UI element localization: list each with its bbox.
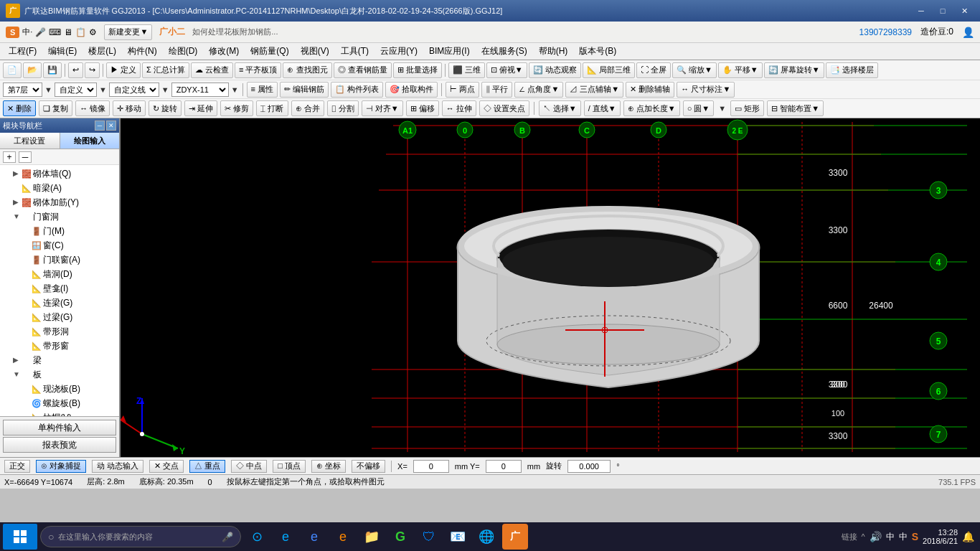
x-input[interactable] (413, 460, 449, 473)
find-element-button[interactable]: ⊕ 查找图元 (283, 62, 331, 78)
grip-button[interactable]: ◇ 设置夹点 (479, 100, 529, 116)
dynamic-input-button[interactable]: 动 动态输入 (92, 460, 143, 473)
parallel-button[interactable]: ∥ 平行 (481, 82, 512, 98)
tree-add-button[interactable]: + (3, 151, 16, 163)
menu-item-edit[interactable]: 编辑(E) (42, 44, 83, 59)
define-button[interactable]: ▶ 定义 (106, 62, 141, 78)
save-button[interactable]: 💾 (43, 62, 62, 78)
tree-item-door-window-combo[interactable]: 🚪门联窗(A) (1, 253, 118, 267)
no-shift-button[interactable]: 不偏移 (352, 460, 385, 473)
menu-item-modify[interactable]: 修改(M) (203, 44, 245, 59)
redo-button[interactable]: ↪ (85, 62, 100, 78)
task-app2[interactable]: 🌐 (473, 524, 499, 550)
task-ie2[interactable]: e (330, 524, 356, 550)
menu-item-tools[interactable]: 工具(T) (335, 44, 374, 59)
tree-item-strip-hole[interactable]: 📐带形洞 (1, 324, 118, 339)
align-button[interactable]: ⊣ 对齐▼ (362, 100, 403, 116)
tree-item-door-window[interactable]: ▼门窗洞 (1, 209, 118, 224)
y-input[interactable] (486, 460, 522, 473)
panel-minimize-button[interactable]: ─ (95, 121, 105, 131)
copy-button[interactable]: ❏ 复制 (39, 100, 72, 116)
drawing-canvas[interactable]: A1 0 B C D 2 E 3 4 5 6 7 3300 330 (121, 118, 980, 457)
component-list-button[interactable]: 📋 构件列表 (331, 82, 383, 98)
merge-button[interactable]: ⊕ 合并 (291, 100, 324, 116)
point-length-button[interactable]: ⊕ 点加长度▼ (623, 100, 680, 116)
align-top-button[interactable]: ≡ 平齐板顶 (235, 62, 281, 78)
line-name-select[interactable]: ZDYX-11 (171, 83, 229, 97)
snap-button[interactable]: ⊙ 对象捕捉 (36, 460, 86, 473)
move-button[interactable]: ✛ 移动 (113, 100, 146, 116)
angle-button[interactable]: ∠ 点角度▼ (514, 82, 563, 98)
tree-item-niche[interactable]: 📐壁龛(I) (1, 281, 118, 296)
edit-rebar-button[interactable]: ✏ 编辑钢筋 (280, 82, 329, 98)
break-button[interactable]: ⌶ 打断 (256, 100, 288, 116)
floor-select[interactable]: 第7层 (3, 83, 42, 97)
intersection-button[interactable]: ✕ 交点 (149, 460, 184, 473)
pan-button[interactable]: ✋ 平移▼ (718, 62, 763, 78)
line-button[interactable]: / 直线▼ (584, 100, 621, 116)
tree-item-cast-slab[interactable]: 📐现浇板(B) (1, 382, 118, 396)
view-rebar-button[interactable]: ◎ 查看钢筋量 (334, 62, 392, 78)
menu-item-bim[interactable]: BIM应用(I) (423, 44, 476, 59)
offset-button[interactable]: ⊞ 偏移 (406, 100, 439, 116)
ortho-button[interactable]: 正交 (4, 460, 30, 473)
draw-input-button[interactable]: 绘图输入 (60, 133, 120, 149)
3d-button[interactable]: ⬛ 三维 (448, 62, 485, 78)
undo-button[interactable]: ↩ (68, 62, 83, 78)
task-cortana[interactable]: ⊙ (244, 524, 270, 550)
local-3d-button[interactable]: 📐 局部三维 (583, 62, 635, 78)
task-edge[interactable]: e (273, 524, 298, 550)
menu-item-component[interactable]: 构件(N) (122, 44, 163, 59)
menu-item-project[interactable]: 工程(F) (3, 44, 42, 59)
canvas-area[interactable]: A1 0 B C D 2 E 3 4 5 6 7 3300 330 (121, 118, 980, 457)
start-button[interactable] (3, 524, 37, 550)
menu-item-version[interactable]: 版本号(B) (573, 44, 622, 59)
screen-rotate-button[interactable]: 🔄 屏幕旋转▼ (764, 62, 824, 78)
menu-item-draw[interactable]: 绘图(D) (163, 44, 204, 59)
rotate-button[interactable]: ↻ 旋转 (149, 100, 182, 116)
del-aux-button[interactable]: ✕ 删除辅轴 (626, 82, 674, 98)
menu-item-view[interactable]: 视图(V) (295, 44, 335, 59)
notification-center-icon[interactable]: 🔔 (962, 531, 974, 542)
smart-layout-button[interactable]: ⊟ 智能布置▼ (767, 100, 824, 116)
cloud-check-button[interactable]: ☁ 云检查 (191, 62, 233, 78)
tree-item-door[interactable]: 🚪门(M) (1, 224, 118, 238)
zoom-button[interactable]: 🔍 缩放▼ (672, 62, 717, 78)
open-button[interactable]: 📂 (23, 62, 42, 78)
batch-select-button[interactable]: ⊞ 批量选择 (393, 62, 442, 78)
trim-button[interactable]: ✂ 修剪 (220, 100, 253, 116)
menu-item-cloud[interactable]: 云应用(Y) (374, 44, 423, 59)
task-ggj[interactable]: 广 (502, 524, 528, 550)
task-shield[interactable]: 🛡 (416, 524, 442, 550)
single-component-button[interactable]: 单构件输入 (3, 420, 116, 435)
new-change-button[interactable]: 新建变更▼ (104, 24, 152, 40)
tree-item-slab[interactable]: ▼板 (1, 367, 118, 382)
report-preview-button[interactable]: 报表预览 (3, 437, 116, 453)
tree-item-wall-rebar[interactable]: ▶🧱砌体加筋(Y) (1, 195, 118, 209)
rotate-input[interactable] (567, 460, 611, 473)
close-button[interactable]: ✕ (954, 4, 974, 18)
tree-item-spiral-slab[interactable]: 🌀螺旋板(B) (1, 396, 118, 410)
tree-minus-button[interactable]: ─ (19, 151, 32, 163)
select-floor-button[interactable]: 📑 选择楼层 (826, 62, 878, 78)
endpoint-button[interactable]: □ 顶点 (273, 460, 306, 473)
task-graphic[interactable]: G (387, 524, 413, 550)
circle-button[interactable]: ○ 圆▼ (683, 100, 715, 116)
menu-item-floor[interactable]: 楼层(L) (83, 44, 122, 59)
tree-item-wall-hole[interactable]: 📐墙洞(D) (1, 267, 118, 281)
stretch-button[interactable]: ↔ 拉伸 (442, 100, 476, 116)
task-ie[interactable]: e (301, 524, 327, 550)
panel-close-button[interactable]: ✕ (106, 121, 116, 131)
three-point-button[interactable]: ⊿ 三点辅轴▼ (565, 82, 623, 98)
midpoint2-button[interactable]: ◇ 中点 (231, 460, 267, 473)
tree-item-window[interactable]: 🪟窗(C) (1, 238, 118, 253)
pick-component-button[interactable]: 🎯 拾取构件 (385, 82, 438, 98)
rect-button[interactable]: ▭ 矩形 (730, 100, 764, 116)
tree-item-column-cap[interactable]: 📐柱帽(V) (1, 410, 118, 416)
search-bar[interactable]: ○ 在这里输入你要搜索的内容 🎤 (40, 526, 241, 547)
line-type-select[interactable]: 自定义线 (109, 83, 159, 97)
maximize-button[interactable]: □ (933, 4, 953, 18)
tree-item-wall[interactable]: ▶🧱砌体墙(Q) (1, 166, 118, 181)
two-point-button[interactable]: ⊢ 两点 (446, 82, 479, 98)
tree-item-beam[interactable]: ▶梁 (1, 353, 118, 367)
